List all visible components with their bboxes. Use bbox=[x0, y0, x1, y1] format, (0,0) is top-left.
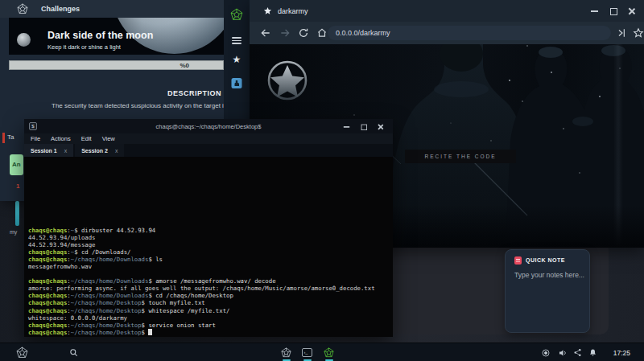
terminal-line: chaqs@chaqs:~/chaqs/home/Downloads$ ls bbox=[28, 256, 391, 263]
tab-label: Session 2 bbox=[81, 148, 108, 154]
terminal-line: chaqs@chaqs:~/chaqs/home/Downloads$ cd /… bbox=[28, 292, 391, 299]
taskbar-browser-app-icon[interactable] bbox=[324, 347, 334, 358]
challenge-avatar bbox=[17, 33, 31, 47]
terminal-line: amorse: performing async. if all goes we… bbox=[28, 285, 391, 292]
terminal-line: chaqs@chaqs:~/chaqs/home/Desktop$ servic… bbox=[28, 322, 391, 329]
pentagon-logo-icon bbox=[17, 3, 28, 14]
terminal-line: 44.52.93.94/uploads bbox=[28, 234, 391, 241]
app-menu-icon[interactable] bbox=[16, 347, 28, 359]
terminal-menu-edit[interactable]: Edit bbox=[81, 135, 92, 142]
url-text[interactable]: 0.0.0.0/darkarmy bbox=[336, 29, 390, 37]
search-icon[interactable] bbox=[69, 348, 78, 357]
terminal-menu-view[interactable]: View bbox=[102, 135, 115, 142]
terminal-title-bar[interactable]: $ chaqs@chaqs:~/chaqs/home/Desktop$ bbox=[24, 119, 393, 133]
terminal-text: $ cd /chaqs/home/Desktop bbox=[148, 292, 233, 299]
prompt-user: chaqs@chaqs bbox=[28, 248, 67, 256]
browser-window-controls bbox=[590, 0, 644, 22]
bookmark-star-icon[interactable] bbox=[633, 27, 644, 39]
terminal-line: 44.52.93.94/message bbox=[28, 241, 391, 248]
close-button[interactable] bbox=[627, 6, 636, 15]
prompt-user: chaqs@chaqs bbox=[28, 322, 67, 329]
desktop-file-icon[interactable] bbox=[15, 201, 19, 226]
terminal-line: chaqs@chaqs:~/chaqs/home/Desktop$ touch … bbox=[28, 299, 391, 306]
prompt-path: ~/chaqs/home/Downloads bbox=[71, 256, 149, 263]
terminal-line bbox=[28, 270, 391, 277]
terminal-output: chaqs@chaqs:~$ dirbuster 44.52.93.9444.5… bbox=[28, 227, 391, 336]
darkarmy-favicon bbox=[263, 6, 272, 15]
prompt-path: ~/chaqs/home/Downloads bbox=[71, 292, 149, 299]
note-icon bbox=[514, 256, 522, 265]
quick-note-title: QUICK NOTE bbox=[526, 257, 565, 263]
challenge-title: Dark side of the moon bbox=[47, 30, 153, 41]
clock[interactable]: 17:25 bbox=[613, 349, 630, 357]
menu-icon[interactable] bbox=[232, 37, 242, 44]
volume-icon[interactable] bbox=[558, 348, 568, 358]
side-toolbar: ★ bbox=[224, 0, 250, 121]
terminal-line: chaqs@chaqs:~$ dirbuster 44.52.93.94 bbox=[28, 227, 391, 234]
browser-tab-title[interactable]: darkarmy bbox=[278, 7, 308, 15]
prompt-user: chaqs@chaqs bbox=[28, 299, 67, 306]
prompt-path: ~/chaqs/home/Desktop bbox=[71, 307, 142, 314]
minimize-button[interactable] bbox=[343, 122, 350, 129]
terminal-tab-bar: Session 1xSession 2x bbox=[24, 144, 393, 157]
prompt-user: chaqs@chaqs bbox=[28, 329, 67, 336]
prompt-user: chaqs@chaqs bbox=[28, 256, 67, 263]
taskbar-terminal-app-icon[interactable]: ›_ bbox=[302, 348, 312, 357]
tab-close-icon[interactable]: x bbox=[64, 148, 68, 154]
terminal-text: amorse: performing async. if all goes we… bbox=[28, 285, 375, 292]
prompt-path: ~/chaqs/home/Desktop bbox=[71, 329, 142, 336]
minimize-button[interactable] bbox=[590, 6, 599, 15]
app-logo-icon[interactable] bbox=[230, 8, 243, 21]
quick-note-widget: QUICK NOTE Type your notes here... bbox=[505, 249, 590, 333]
terminal-line: whitespace: 0.0.0.0/darkarmy bbox=[28, 314, 391, 322]
browser-nav-bar: 0.0.0.0/darkarmy bbox=[250, 22, 644, 44]
terminal-text: $ ls bbox=[148, 256, 163, 263]
desktop: my Challenges Dark side of the moon Keep… bbox=[0, 0, 644, 361]
sidebar-toggle-icon[interactable] bbox=[617, 27, 628, 39]
terminal-content[interactable]: chaqs@chaqs:~$ dirbuster 44.52.93.9444.5… bbox=[24, 157, 393, 337]
terminal-menu-actions[interactable]: Actions bbox=[51, 135, 71, 142]
tab-label: Session 1 bbox=[31, 148, 57, 154]
terminal-text: $ service onion start bbox=[142, 322, 216, 329]
answer-chip-fragment[interactable]: An bbox=[10, 154, 23, 175]
terminal-line: chaqs@chaqs:~/chaqs/home/Desktop$ whites… bbox=[28, 307, 391, 314]
terminal-text: $ amorse /messagefromwho.wav/ decode bbox=[148, 277, 275, 285]
quick-note-input[interactable]: Type your notes here... bbox=[514, 271, 584, 279]
desktop-file-icon-label[interactable]: my bbox=[10, 229, 17, 235]
target-label-fragment: Ta bbox=[7, 133, 14, 141]
browser-tab-bar: darkarmy bbox=[250, 0, 644, 22]
challenges-header: Challenges bbox=[0, 0, 224, 18]
taskbar: ›_ 17:25 bbox=[0, 343, 644, 361]
maximize-button[interactable] bbox=[360, 122, 367, 129]
notifications-bell-icon[interactable] bbox=[588, 348, 597, 357]
home-icon[interactable] bbox=[316, 27, 328, 39]
back-icon[interactable] bbox=[260, 27, 271, 39]
screenshot-icon[interactable] bbox=[541, 348, 551, 358]
prompt-path: ~/chaqs/home/Desktop bbox=[71, 322, 142, 329]
maximize-button[interactable] bbox=[609, 6, 617, 15]
terminal-session-tab-2[interactable]: Session 2x bbox=[75, 144, 124, 157]
terminal-line: chaqs@chaqs:~$ cd /Downloads/ bbox=[28, 248, 391, 256]
description-heading: DESCRIPTION bbox=[167, 89, 221, 97]
target-accent-bar bbox=[2, 133, 5, 143]
reload-icon[interactable] bbox=[298, 27, 309, 39]
share-icon[interactable] bbox=[573, 348, 582, 357]
taskbar-challenges-app-icon[interactable] bbox=[281, 347, 291, 358]
challenge-progress-bar: %0 bbox=[9, 60, 224, 70]
terminal-window-title: chaqs@chaqs:~/chaqs/home/Desktop$ bbox=[24, 123, 393, 130]
profile-icon[interactable] bbox=[232, 78, 242, 88]
url-bar[interactable]: 0.0.0.0/darkarmy bbox=[328, 26, 611, 40]
terminal-text: $ bbox=[142, 329, 149, 336]
badge-fragment: 1 bbox=[16, 183, 19, 190]
progress-label: %0 bbox=[180, 62, 189, 69]
terminal-text: whitespace: 0.0.0.0/darkarmy bbox=[28, 314, 127, 322]
prompt-path: ~/chaqs/home/Desktop bbox=[71, 299, 142, 306]
prompt-user: chaqs@chaqs bbox=[28, 277, 67, 285]
forward-icon[interactable] bbox=[279, 27, 291, 39]
terminal-session-tab-1[interactable]: Session 1x bbox=[24, 144, 73, 157]
tab-close-icon[interactable]: x bbox=[115, 148, 118, 154]
terminal-window-controls bbox=[342, 119, 393, 133]
terminal-menu-file[interactable]: File bbox=[31, 135, 40, 142]
favorites-star-icon[interactable]: ★ bbox=[233, 55, 242, 64]
close-button[interactable] bbox=[377, 122, 384, 129]
